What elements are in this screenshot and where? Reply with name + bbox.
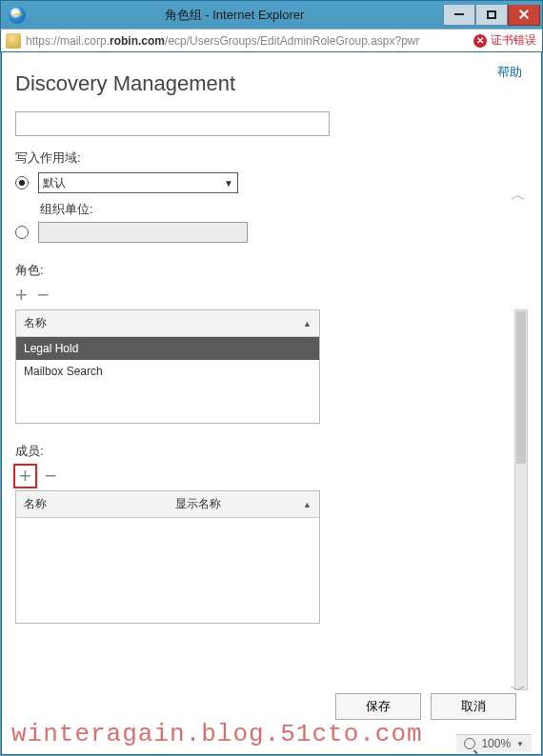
roles-grid: 名称 ▲ Legal Hold Mailbox Search [15, 309, 320, 424]
minimize-button[interactable] [443, 5, 475, 26]
members-remove-button[interactable]: − [45, 466, 57, 487]
org-unit-input[interactable] [38, 222, 248, 243]
magnifier-icon [464, 738, 475, 749]
scrollbar[interactable] [514, 309, 528, 690]
zoom-level: 100% [481, 737, 511, 750]
roles-col-name[interactable]: 名称 ▲ [16, 310, 319, 336]
members-col-name[interactable]: 名称 [16, 491, 168, 517]
members-grid-body [16, 518, 319, 623]
members-toolbar: + − [15, 466, 528, 487]
watermark-text: winteragain.blog.51cto.com [11, 720, 532, 748]
scope-orgunit-row [15, 222, 528, 243]
ie-icon [9, 7, 26, 24]
roles-toolbar: + − [15, 285, 528, 306]
scope-label: 写入作用域: [15, 149, 528, 167]
roles-grid-body: Legal Hold Mailbox Search [16, 337, 319, 423]
page-title: Discovery Management [15, 71, 541, 96]
members-col-display[interactable]: 显示名称 ▲ [168, 491, 319, 517]
window-title: 角色组 - Internet Explorer [26, 7, 443, 24]
help-link[interactable]: 帮助 [497, 64, 522, 81]
client-area: 帮助 Discovery Management 写入作用域: 默认 ▼ 组织单位… [1, 52, 542, 755]
scroll-up-icon[interactable]: ︿ [511, 186, 526, 206]
scope-orgunit-radio[interactable] [15, 226, 29, 239]
url-text: https://mail.corp.robin.com/ecp/UsersGro… [26, 34, 468, 48]
roles-remove-button[interactable]: − [37, 285, 50, 306]
roles-add-button[interactable]: + [15, 285, 28, 306]
cancel-button[interactable]: 取消 [431, 693, 516, 720]
lock-icon [6, 33, 21, 49]
cert-error-label: 证书错误 [491, 32, 536, 49]
cert-error-icon: ✕ [473, 34, 487, 48]
zoom-dropdown-icon: ▼ [516, 740, 524, 748]
form-area: 写入作用域: 默认 ▼ 组织单位: 角色: + − 名称 ▲ [2, 111, 541, 624]
sort-icon: ▲ [303, 319, 312, 328]
scope-select[interactable]: 默认 ▼ [38, 172, 238, 193]
address-bar[interactable]: https://mail.corp.robin.com/ecp/UsersGro… [0, 29, 543, 52]
scope-default-row: 默认 ▼ [15, 172, 528, 193]
roles-grid-header: 名称 ▲ [16, 310, 319, 337]
maximize-button[interactable] [475, 5, 508, 26]
members-grid-header: 名称 显示名称 ▲ [16, 491, 319, 518]
members-label: 成员: [15, 443, 528, 460]
description-input[interactable] [15, 111, 330, 136]
save-button[interactable]: 保存 [335, 693, 421, 720]
scrollbar-thumb[interactable] [516, 311, 526, 464]
members-add-button[interactable]: + [13, 464, 37, 488]
cert-error-badge[interactable]: ✕ 证书错误 [468, 32, 542, 49]
window-buttons [443, 5, 540, 26]
org-unit-label: 组织单位: [40, 201, 528, 218]
members-grid: 名称 显示名称 ▲ [15, 490, 320, 624]
sort-icon: ▲ [303, 500, 312, 509]
scope-default-radio[interactable] [15, 176, 29, 189]
roles-row[interactable]: Legal Hold [16, 337, 319, 360]
roles-label: 角色: [15, 262, 528, 279]
scope-select-value: 默认 [43, 175, 66, 191]
roles-row[interactable]: Mailbox Search [16, 360, 319, 383]
footer-buttons: 保存 取消 [335, 693, 516, 720]
window-titlebar: 角色组 - Internet Explorer [0, 0, 543, 29]
close-button[interactable] [508, 5, 540, 26]
zoom-control[interactable]: 100% ▼ [456, 734, 532, 752]
chevron-down-icon: ▼ [224, 178, 233, 189]
